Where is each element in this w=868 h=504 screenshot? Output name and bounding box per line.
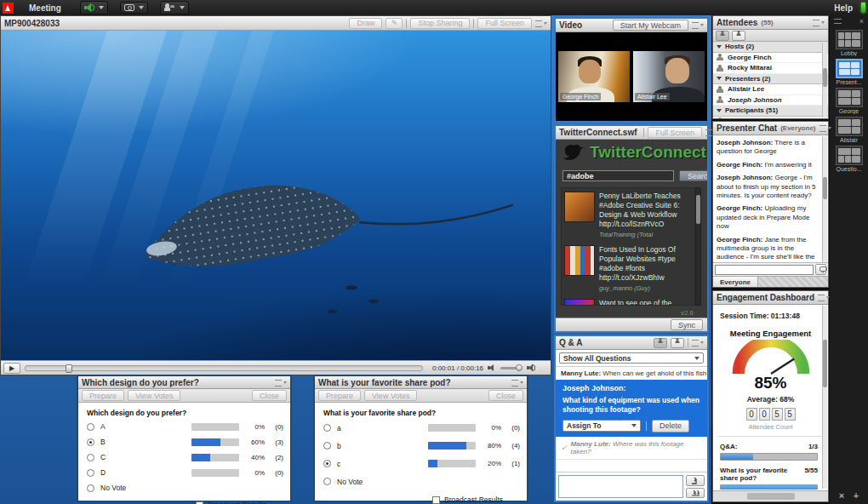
poll-option[interactable]: C 40% (2) (78, 450, 290, 465)
close-icon[interactable]: × (859, 17, 864, 26)
question-list-item[interactable]: Manny Lute: When can we get ahold of thi… (556, 367, 707, 380)
broadcast-results-row[interactable]: Broadcast Results (78, 495, 290, 504)
tweet-item[interactable]: Penny LaLiberte Teaches #Adobe Creative … (562, 188, 694, 242)
layout-item-george[interactable]: George (835, 88, 864, 114)
attendee-row[interactable]: Joseph Johnson (713, 95, 828, 106)
radio-button[interactable] (323, 478, 331, 485)
attendee-row[interactable]: Alistair Lee (713, 84, 828, 95)
send-chat-button[interactable] (815, 264, 826, 275)
chat-input[interactable] (715, 265, 814, 275)
radio-button[interactable] (87, 484, 94, 492)
radio-button[interactable] (323, 424, 331, 432)
attendee-row[interactable]: Rocky Mitarai (713, 63, 828, 74)
collapse-triangle-icon[interactable] (717, 109, 722, 112)
chat-message-list[interactable]: Joseph Johnson: There is a question for … (713, 135, 822, 263)
prepare-button[interactable]: Prepare (82, 390, 124, 401)
radio-button[interactable] (87, 469, 94, 477)
question-filter-dropdown[interactable]: Show All Questions (559, 352, 704, 364)
view-votes-button[interactable]: View Votes (128, 390, 180, 401)
chevron-down-icon[interactable] (139, 6, 144, 9)
speaker-menu-button[interactable] (80, 1, 108, 14)
collapse-triangle-icon[interactable] (717, 45, 722, 49)
poll-option-no-vote[interactable]: No Vote (315, 472, 527, 490)
layout-item-lobby[interactable]: Lobby (835, 30, 864, 56)
pod-options-icon[interactable] (275, 379, 287, 387)
close-poll-button[interactable]: Close (252, 390, 287, 401)
chevron-down-icon[interactable] (99, 6, 104, 9)
presenter-view-toggle[interactable] (654, 338, 667, 348)
twitter-search-button[interactable]: Search (679, 170, 707, 181)
seek-thumb[interactable] (66, 364, 72, 373)
scrollbar-thumb[interactable] (823, 177, 827, 199)
volume-slider[interactable] (500, 367, 523, 369)
add-layout-icon[interactable]: + (854, 490, 859, 501)
draw-button[interactable]: Draw (349, 18, 382, 29)
full-screen-button[interactable]: Full Screen (648, 127, 702, 138)
close-poll-button[interactable]: Close (488, 390, 523, 401)
sync-button[interactable]: Sync (671, 319, 703, 330)
broadcast-results-row[interactable]: Broadcast Results (315, 490, 527, 504)
tweet-list[interactable]: Penny LaLiberte Teaches #Adobe Creative … (561, 187, 695, 306)
pod-options-icon[interactable] (818, 294, 830, 301)
scrollbar-thumb[interactable] (696, 195, 700, 224)
chevron-down-icon[interactable] (180, 6, 185, 9)
send-privately-button[interactable] (686, 475, 705, 486)
layout-bar-menu-icon[interactable] (834, 19, 842, 24)
answered-question[interactable]: ✓ Manny Lute: Where was this footage tak… (556, 437, 707, 460)
answer-input[interactable] (558, 475, 683, 498)
shared-video-content[interactable] (1, 31, 551, 360)
radio-button[interactable] (87, 423, 94, 431)
tab-everyone[interactable]: Everyone (713, 277, 758, 287)
layout-thumbnail[interactable] (836, 146, 863, 165)
prepare-button[interactable]: Prepare (318, 390, 361, 401)
broadcast-checkbox[interactable] (432, 496, 440, 504)
close-layout-bar-icon[interactable]: × (839, 490, 844, 501)
webcam-menu-button[interactable] (120, 2, 148, 14)
attendee-status-menu-button[interactable] (160, 1, 189, 14)
assign-to-dropdown[interactable]: Assign To (562, 420, 641, 432)
scrollbar-thumb[interactable] (823, 340, 827, 387)
attendee-row[interactable]: Manny Lute (713, 117, 828, 120)
attendee-group-presenters[interactable]: Presenters (2) (713, 74, 828, 85)
pod-options-icon[interactable] (692, 21, 704, 29)
pod-options-icon[interactable] (535, 20, 547, 27)
pod-options-icon[interactable] (511, 379, 523, 387)
layout-item-alistair[interactable]: Alistair (835, 117, 864, 143)
volume-knob[interactable] (516, 364, 523, 371)
collapse-triangle-icon[interactable] (717, 77, 722, 80)
radio-button[interactable] (87, 438, 94, 446)
send-to-all-button[interactable] (686, 488, 705, 499)
radio-button[interactable] (323, 442, 331, 450)
tweet-item[interactable]: Want to see one of the elements that mak… (562, 295, 694, 306)
stop-sharing-button[interactable]: Stop Sharing (410, 18, 470, 29)
meeting-menu[interactable]: Meeting (22, 3, 68, 13)
list-view-toggle[interactable] (716, 31, 729, 41)
selected-question[interactable]: Joseph Johnson: What kind of equipment w… (556, 380, 707, 437)
attendee-group-hosts[interactable]: Hosts (2) (713, 42, 828, 53)
horizontal-scrollbar[interactable] (713, 490, 828, 501)
radio-button[interactable] (87, 454, 94, 461)
broadcast-checkbox[interactable] (196, 501, 203, 504)
delete-question-button[interactable]: Delete (652, 420, 689, 432)
webcam-feed[interactable]: Alistair Lee (633, 51, 705, 102)
layout-thumbnail[interactable] (836, 88, 863, 107)
pointer-tool-button[interactable]: ✎ (385, 18, 403, 29)
poll-option[interactable]: B 60% (3) (78, 434, 290, 450)
radio-button[interactable] (323, 460, 331, 467)
play-button[interactable]: ▶ (3, 363, 20, 374)
attendee-row[interactable]: George Finch (713, 53, 828, 64)
speaker-icon[interactable] (527, 364, 535, 372)
poll-option[interactable]: A 0% (0) (78, 419, 290, 434)
layout-thumbnail[interactable] (836, 117, 863, 136)
poll-option[interactable]: b 80% (4) (315, 437, 527, 455)
webcam-feed[interactable]: George Finch (558, 51, 630, 102)
twitter-search-input[interactable] (562, 170, 674, 181)
seek-bar[interactable] (25, 365, 423, 371)
mute-icon[interactable] (488, 364, 496, 372)
view-votes-button[interactable]: View Votes (364, 390, 417, 401)
poll-option[interactable]: a 0% (0) (315, 419, 527, 437)
participant-view-toggle[interactable] (671, 338, 684, 348)
pod-options-icon[interactable] (692, 339, 704, 346)
layout-item-questions[interactable]: Questio... (835, 146, 864, 172)
tweet-item[interactable]: Fonts Used In Logos Of Popular Websites … (562, 242, 694, 295)
